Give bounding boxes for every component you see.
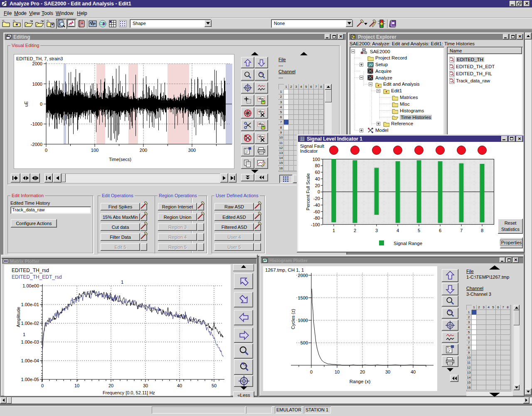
svg-text:-100: -100 <box>311 222 320 227</box>
svg-text:500: 500 <box>300 340 308 345</box>
svg-text:uE: uE <box>24 101 29 106</box>
svg-text:4: 4 <box>397 228 399 233</box>
svg-text:10: 10 <box>335 369 340 374</box>
svg-text:80: 80 <box>315 163 320 168</box>
svg-text:1.00e00: 1.00e00 <box>22 283 39 288</box>
svg-text:1: 1 <box>332 228 335 233</box>
svg-text:-20: -20 <box>313 196 320 201</box>
svg-text:10: 10 <box>74 383 79 388</box>
svg-text:1: 1 <box>23 332 25 337</box>
svg-text:200: 200 <box>140 148 147 153</box>
svg-text:Amplitude: Amplitude <box>16 307 21 327</box>
svg-text:20: 20 <box>360 369 365 374</box>
svg-text:1267.tmp, CH 1, 1: 1267.tmp, CH 1, 1 <box>265 267 304 272</box>
svg-text:Percent Full Scale: Percent Full Scale <box>305 173 310 210</box>
svg-text:0: 0 <box>41 383 44 388</box>
svg-text:1.00e-04: 1.00e-04 <box>21 358 39 363</box>
svg-text:100: 100 <box>91 148 99 153</box>
svg-text:1.00e-05: 1.00e-05 <box>21 377 39 382</box>
svg-text:40: 40 <box>315 176 320 181</box>
svg-text:20: 20 <box>315 183 320 188</box>
svg-text:100: 100 <box>313 157 320 162</box>
svg-text:30: 30 <box>143 383 148 388</box>
svg-text:Cycles (z): Cycles (z) <box>291 309 296 329</box>
svg-text:3: 3 <box>375 228 378 233</box>
svg-text:EDITED_TH_rsd: EDITED_TH_rsd <box>12 267 49 273</box>
svg-text:20: 20 <box>108 383 113 388</box>
svg-text:7: 7 <box>460 228 463 233</box>
svg-text:0: 0 <box>40 102 42 106</box>
svg-text:30: 30 <box>385 369 390 374</box>
svg-text:1500: 1500 <box>298 295 308 300</box>
svg-text:0: 0 <box>318 189 320 194</box>
svg-text:1: 1 <box>121 280 123 285</box>
svg-text:60: 60 <box>315 170 320 175</box>
svg-text:1000: 1000 <box>298 318 308 323</box>
svg-text:6: 6 <box>439 228 441 233</box>
svg-text:50: 50 <box>212 383 217 388</box>
svg-text:EDITED_TH, 7, strain3: EDITED_TH, 7, strain3 <box>16 56 63 61</box>
svg-text:1.00e-01: 1.00e-01 <box>21 302 39 307</box>
svg-text:2000: 2000 <box>32 61 42 66</box>
svg-text:8: 8 <box>481 228 483 233</box>
svg-text:Frequency [0.0, 52.11] Hz: Frequency [0.0, 52.11] Hz <box>103 390 155 395</box>
svg-text:1.00e-02: 1.00e-02 <box>21 321 39 326</box>
svg-text:Signal Range: Signal Range <box>394 241 422 246</box>
svg-text:1000: 1000 <box>32 82 42 87</box>
svg-text:-80: -80 <box>313 215 320 220</box>
svg-text:0: 0 <box>45 148 47 153</box>
svg-text:2: 2 <box>354 228 356 233</box>
svg-text:-60: -60 <box>313 209 320 214</box>
svg-text:2000: 2000 <box>298 273 308 278</box>
svg-text:Time(secs): Time(secs) <box>109 157 131 162</box>
svg-text:300: 300 <box>188 148 196 153</box>
svg-text:40: 40 <box>177 383 182 388</box>
svg-text:0: 0 <box>310 369 313 374</box>
svg-text:1.00e-03: 1.00e-03 <box>21 339 39 344</box>
svg-text:-1000: -1000 <box>31 121 42 126</box>
svg-text:5: 5 <box>418 228 420 233</box>
svg-text:EDITED_TH_EDT_rsd: EDITED_TH_EDT_rsd <box>12 274 62 280</box>
svg-text:-40: -40 <box>313 203 320 208</box>
svg-text:40: 40 <box>411 369 416 374</box>
svg-text:-2000: -2000 <box>31 142 42 147</box>
svg-text:Range (x): Range (x) <box>350 379 371 384</box>
